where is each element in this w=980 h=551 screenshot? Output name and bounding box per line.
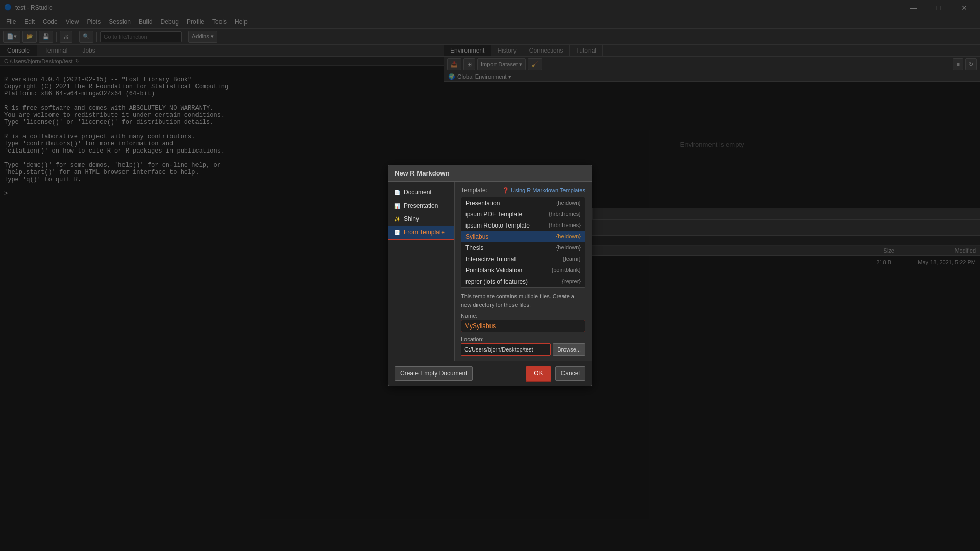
sidebar-item-presentation[interactable]: 📊 Presentation: [388, 199, 454, 212]
sidebar-label-shiny: Shiny: [404, 215, 419, 222]
template-name: Pointblank Validation: [465, 267, 522, 274]
sidebar-item-from-template[interactable]: 📑 From Template: [388, 226, 454, 239]
using-templates-link[interactable]: ❓ Using R Markdown Templates: [502, 187, 585, 194]
presentation-icon: 📊: [394, 202, 401, 209]
template-row-ipsum-pdf[interactable]: ipsum PDF Template {hrbrthemes}: [461, 209, 585, 220]
template-pkg: {hrbrthemes}: [549, 222, 581, 229]
doc-icon: 📄: [394, 189, 401, 196]
template-name: Interactive Tutorial: [465, 256, 516, 263]
shiny-icon: ✨: [394, 215, 401, 222]
modal-footer: Create Empty Document OK Cancel: [388, 361, 592, 386]
template-row-pointblank[interactable]: Pointblank Validation {pointblank}: [461, 265, 585, 276]
template-pkg: {heidown}: [556, 244, 581, 252]
name-label: Name:: [461, 313, 585, 319]
template-icon: 📑: [394, 229, 401, 236]
sidebar-label-document: Document: [404, 189, 432, 196]
sidebar-label-from-template: From Template: [404, 229, 445, 236]
template-list[interactable]: Presentation {heidown} ipsum PDF Templat…: [461, 197, 585, 288]
sidebar-item-shiny[interactable]: ✨ Shiny: [388, 212, 454, 226]
template-label: Template:: [461, 187, 487, 194]
modal-sidebar: 📄 Document 📊 Presentation ✨ Shiny 📑 From…: [388, 182, 455, 361]
modal-content: Template: ❓ Using R Markdown Templates P…: [455, 182, 592, 361]
name-input[interactable]: [461, 320, 585, 332]
template-pkg: {learnr}: [563, 256, 581, 263]
template-row-syllabus[interactable]: Syllabus {heidown}: [461, 231, 585, 242]
template-row-interactive-tutorial[interactable]: Interactive Tutorial {learnr}: [461, 254, 585, 265]
location-row: Browse...: [461, 343, 585, 356]
active-indicator-line: [388, 239, 454, 240]
template-name: Syllabus: [465, 233, 488, 240]
template-pkg: {reprer}: [562, 278, 581, 285]
modal-overlay: New R Markdown 📄 Document 📊 Presentation…: [0, 0, 980, 551]
modal-title: New R Markdown: [388, 165, 592, 182]
template-header: Template: ❓ Using R Markdown Templates: [461, 187, 585, 194]
ok-button[interactable]: OK: [526, 366, 551, 381]
modal-body: 📄 Document 📊 Presentation ✨ Shiny 📑 From…: [388, 182, 592, 361]
location-label: Location:: [461, 336, 585, 342]
template-name: ipsum PDF Template: [465, 211, 522, 218]
template-pkg: {pointblank}: [552, 267, 581, 274]
template-name: reprer (lots of features): [465, 278, 528, 285]
help-icon: ❓: [502, 187, 509, 194]
template-row-ipsum-roboto[interactable]: ipsum Roboto Template {hrbrthemes}: [461, 220, 585, 231]
template-row-reprer[interactable]: reprer (lots of features) {reprer}: [461, 276, 585, 287]
sidebar-item-document[interactable]: 📄 Document: [388, 186, 454, 199]
template-row-thesis[interactable]: Thesis {heidown}: [461, 242, 585, 254]
cancel-button[interactable]: Cancel: [555, 366, 585, 381]
new-rmarkdown-modal: New R Markdown 📄 Document 📊 Presentation…: [388, 165, 592, 386]
template-pkg: {heidown}: [556, 233, 581, 240]
location-input[interactable]: [461, 343, 551, 356]
create-empty-button[interactable]: Create Empty Document: [395, 366, 473, 381]
sidebar-label-presentation: Presentation: [404, 202, 438, 209]
template-note: This template contains multiple files. C…: [461, 293, 585, 309]
footer-actions: OK Cancel: [526, 366, 585, 381]
template-row-presentation[interactable]: Presentation {heidown}: [461, 197, 585, 209]
template-pkg: {hrbrthemes}: [549, 211, 581, 218]
browse-button[interactable]: Browse...: [553, 343, 585, 356]
template-name: ipsum Roboto Template: [465, 222, 530, 229]
template-pkg: {heidown}: [556, 199, 581, 207]
template-name: Presentation: [465, 199, 500, 207]
template-name: Thesis: [465, 244, 483, 252]
